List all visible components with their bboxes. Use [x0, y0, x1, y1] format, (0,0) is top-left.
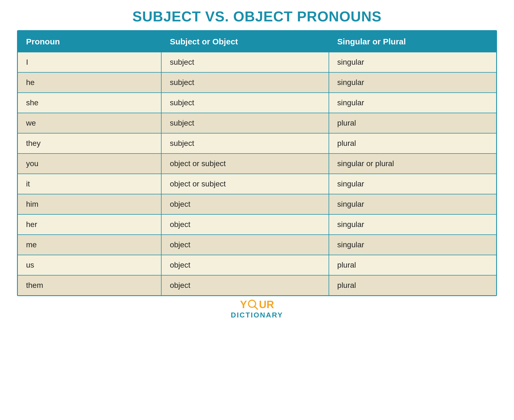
cell-singular-plural: singular [329, 235, 496, 255]
cell-singular-plural: singular [329, 93, 496, 113]
cell-singular-plural: singular [329, 214, 496, 235]
cell-pronoun: him [18, 194, 161, 214]
cell-singular-plural: plural [329, 113, 496, 133]
cell-subject-object: subject [161, 72, 329, 93]
header-pronoun: Pronoun [18, 31, 161, 52]
cell-subject-object: subject [161, 133, 329, 154]
svg-line-1 [255, 306, 258, 309]
header-subject-object: Subject or Object [161, 31, 329, 52]
cell-pronoun: it [18, 174, 161, 194]
table-row: meobjectsingular [18, 235, 496, 255]
page-title: SUBJECT VS. OBJECT PRONOUNS [132, 8, 382, 25]
cell-subject-object: subject [161, 52, 329, 72]
table-row: Isubjectsingular [18, 52, 496, 72]
cell-pronoun: we [18, 113, 161, 133]
cell-pronoun: you [18, 154, 161, 174]
cell-singular-plural: plural [329, 275, 496, 295]
cell-subject-object: object [161, 255, 329, 275]
cell-subject-object: object [161, 235, 329, 255]
cell-subject-object: subject [161, 93, 329, 113]
table-row: hesubjectsingular [18, 72, 496, 93]
table-row: theysubjectplural [18, 133, 496, 154]
table-row: youobject or subjectsingular or plural [18, 154, 496, 174]
table-row: shesubjectsingular [18, 93, 496, 113]
table-row: themobjectplural [18, 275, 496, 295]
cell-subject-object: object or subject [161, 174, 329, 194]
table-row: itobject or subjectsingular [18, 174, 496, 194]
cell-singular-plural: plural [329, 133, 496, 154]
pronouns-table-container: Pronoun Subject or Object Singular or Pl… [17, 30, 497, 296]
cell-subject-object: object [161, 275, 329, 295]
table-row: usobjectplural [18, 255, 496, 275]
table-row: herobjectsingular [18, 214, 496, 235]
cell-pronoun: they [18, 133, 161, 154]
cell-singular-plural: singular [329, 72, 496, 93]
cell-subject-object: object [161, 194, 329, 214]
cell-pronoun: us [18, 255, 161, 275]
logo-top: Y UR [240, 299, 274, 310]
cell-singular-plural: singular or plural [329, 154, 496, 174]
cell-pronoun: he [18, 72, 161, 93]
table-header-row: Pronoun Subject or Object Singular or Pl… [18, 31, 496, 52]
logo-ur: UR [259, 299, 274, 310]
logo-magnifier-icon [247, 299, 259, 310]
cell-pronoun: me [18, 235, 161, 255]
table-row: himobjectsingular [18, 194, 496, 214]
cell-subject-object: object [161, 214, 329, 235]
cell-pronoun: them [18, 275, 161, 295]
cell-singular-plural: plural [329, 255, 496, 275]
cell-pronoun: she [18, 93, 161, 113]
logo-dictionary: DICTIONARY [231, 311, 283, 319]
yourdictionary-logo: Y UR DICTIONARY [231, 299, 283, 319]
table-row: wesubjectplural [18, 113, 496, 133]
cell-subject-object: subject [161, 113, 329, 133]
pronouns-table: Pronoun Subject or Object Singular or Pl… [18, 31, 496, 295]
cell-singular-plural: singular [329, 194, 496, 214]
cell-pronoun: her [18, 214, 161, 235]
cell-singular-plural: singular [329, 52, 496, 72]
cell-subject-object: object or subject [161, 154, 329, 174]
logo-y: Y [240, 299, 247, 310]
cell-singular-plural: singular [329, 174, 496, 194]
cell-pronoun: I [18, 52, 161, 72]
header-singular-plural: Singular or Plural [329, 31, 496, 52]
